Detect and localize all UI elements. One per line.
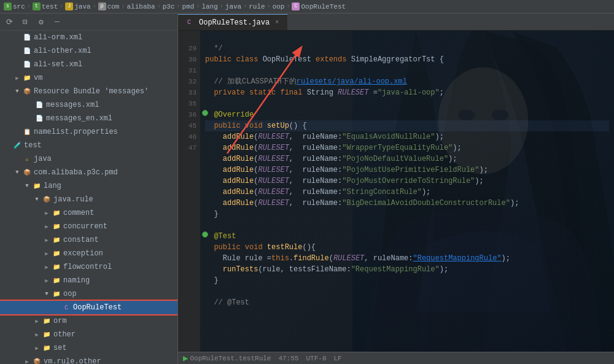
tree-item-resource-bundle[interactable]: ▼ 📦 Resource Bundle 'messages' [0,85,177,98]
paren-close9: ); [440,264,448,275]
no-arrow6: ▶ [12,127,22,137]
breadcrumb-oop[interactable]: oop [273,3,285,10]
method-addrule6: addRule [223,187,254,198]
tree-label-other: other [53,330,76,339]
xml-icon2: 📄 [22,47,32,55]
tree-item-ali-orm[interactable]: ▶ 📄 ali-orm.xml [0,31,177,44]
tree-item-vm-rule-other[interactable]: ▶ 📦 vm.rule.other [0,355,177,364]
tree-item-namelist[interactable]: ▶ 📋 namelist.properties [0,125,177,139]
gutter-run-icon-1[interactable] [200,108,210,118]
status-position-label: 47:55 [278,355,298,362]
tree-item-flowcontrol[interactable]: ▶ 📁 flowcontrol [0,260,177,274]
space1 [258,54,262,65]
tab-file-icon: C [184,18,194,27]
tree-item-set[interactable]: ▶ 📁 set [0,341,177,355]
tree-label-set: set [53,344,67,352]
breadcrumb-lang[interactable]: lang [201,3,217,10]
tree-item-constant[interactable]: ▶ 📁 constant [0,233,177,247]
editor-content: 29 30 31 32 33 35 36 45 46 47 [178,31,614,352]
tree-item-ali-set[interactable]: ▶ 📄 ali-set.xml [0,58,177,71]
sync-button[interactable]: ⟳ [2,15,16,29]
paren9: ( [329,253,333,264]
tab-oop-rule-test[interactable]: C OopRuleTest.java × [178,14,288,30]
str-rule1: "EqualsAvoidNullRule" [342,131,435,142]
tree-item-exception[interactable]: ▶ 📁 exception [0,247,177,260]
status-run-label: OopRuleTest.testRule [190,355,271,362]
breadcrumb-alibaba[interactable]: alibaba [127,3,155,10]
settings-button[interactable]: ⚙ [34,15,48,29]
breadcrumb-rule[interactable]: rule [249,3,265,10]
breadcrumb-com[interactable]: p com [98,2,120,10]
tree-item-comment[interactable]: ▶ 📁 comment [0,206,177,220]
breadcrumb-java[interactable]: J java [65,2,90,10]
folder-icon-comment: 📁 [52,209,61,217]
collapse-all-button[interactable]: ⊟ [18,15,32,29]
breadcrumb-class[interactable]: C OopRuleTest [292,2,346,10]
tree-item-oop[interactable]: ▼ 📁 oop [0,287,177,301]
breadcrumb-lang-label: lang [201,3,217,10]
breadcrumb-src[interactable]: s src [4,2,25,10]
code-line-32: // 加载CLASSPATH下的rulesets/java/ali-oop.xm… [205,76,609,87]
tree-item-com-alibaba[interactable]: ▼ 📦 com.alibaba.p3c.pmd [0,166,177,179]
no-arrow7: ▶ [2,141,12,150]
tab-label: OopRuleTest.java [199,18,270,27]
tree-item-java-rule[interactable]: ▼ 📦 java.rule [0,193,177,206]
java-folder-icon: ☕ [22,155,32,163]
breadcrumb-sep: › [27,3,31,10]
indent16 [205,297,214,308]
ruleset1: RULESET [258,131,289,142]
str-rule7: "BigDecimalAvoidDoubleConstructorRule" [342,198,510,209]
code-editor[interactable]: */ public class OopRuleTest extends Simp… [200,31,614,352]
method-addrule1: addRule [223,131,254,142]
code-line-35: @Override [205,109,609,120]
tree-label-java-root: java [34,155,52,163]
space2 [311,54,316,65]
breadcrumb-src-label: src [13,3,25,10]
tree-item-vm[interactable]: ▶ 📁 vm [0,71,177,85]
link-ruleset[interactable]: rulesets/java/ali-oop.xml [297,76,407,87]
code-line-47: Rule rule = this . findRule ( RULESET , … [205,253,609,264]
orm-arrow: ▶ [32,316,42,326]
tree-item-messages-xml[interactable]: ▶ 📄 messages.xml [0,98,177,112]
tree-item-messages-en[interactable]: ▶ 📄 messages_en.xml [0,112,177,125]
tree-item-orm[interactable]: ▶ 📁 orm [0,314,177,328]
tree-item-concurrent[interactable]: ▶ 📁 concurrent [0,220,177,233]
var-ruleset: RULESET [338,87,368,98]
paren5: ( [254,176,258,187]
tree-item-test-root[interactable]: ▶ 🧪 test [0,139,177,152]
naming-arrow: ▶ [42,276,52,285]
breadcrumb-test[interactable]: t test [33,2,58,10]
breadcrumb-java2[interactable]: java [225,3,241,10]
code-line-45: @Test [205,231,609,242]
paren-close4: ); [480,165,488,176]
folder-icon-set: 📁 [42,344,52,352]
set-arrow: ▶ [32,343,42,353]
tree-item-java-root[interactable]: ▶ ☕ java [0,152,177,166]
comment-close: */ [205,43,223,54]
tree-item-oop-rule-test[interactable]: ▶ C OopRuleTest [0,301,177,314]
gutter-run-icon-2[interactable] [200,230,210,239]
tab-close-button[interactable]: × [273,18,281,27]
tree-item-other[interactable]: ▶ 📁 other [0,328,177,341]
breadcrumb-sep10: › [267,3,271,10]
indent13 [205,242,214,253]
code-line-30: public class OopRuleTest extends SimpleA… [205,54,609,65]
tree-item-naming[interactable]: ▶ 📁 naming [0,274,177,287]
status-run-item[interactable]: ▶ OopRuleTest.testRule [183,353,271,363]
close-button[interactable]: — [50,15,64,29]
xml-icon4: 📄 [34,101,44,109]
method-addrule2: addRule [223,142,254,153]
no-arrow-oop: ▶ [52,303,61,312]
breadcrumb-p3c[interactable]: p3c [163,3,175,10]
tree-label-exception: exception [63,249,103,258]
comma7: , ruleName: [289,198,342,209]
tree-item-ali-other[interactable]: ▶ 📄 ali-other.xml [0,44,177,58]
xml-icon: 📄 [22,33,32,42]
paren-close8: ); [502,253,510,264]
tree-label-naming: naming [63,276,90,285]
tree-item-lang[interactable]: ▼ 📁 lang [0,179,177,193]
breadcrumb-pmd[interactable]: pmd [182,3,195,10]
comma2: , ruleName: [289,142,342,153]
method-addrule5: addRule [223,176,254,187]
classname-ooptest: OopRuleTest [263,54,311,65]
